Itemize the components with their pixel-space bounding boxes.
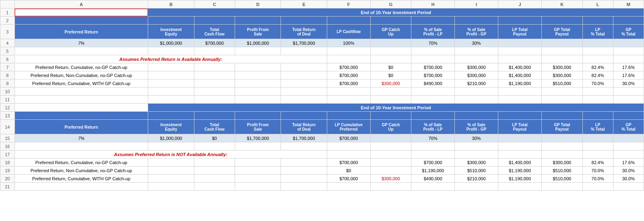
cell-h6 (411, 55, 455, 63)
row-12: 12 End of 10-Year Investment Period (0, 104, 644, 112)
cell-k8: $300,000 (541, 71, 582, 79)
cell-f9: $700,000 (327, 79, 370, 88)
cell-e13 (281, 112, 327, 120)
header-total-cash-flow-2: TotalCash Flow (194, 120, 235, 134)
cell-e8 (281, 71, 327, 79)
cell-f2 (327, 17, 370, 25)
cell-k7: $300,000 (541, 63, 582, 71)
cell-j10 (498, 88, 542, 96)
cell-l16 (582, 142, 613, 150)
cell-m15 (613, 134, 644, 142)
cell-f4: 100% (327, 39, 370, 47)
header-preferred-return-2: Preferred Return (14, 120, 148, 134)
cell-h4: 70% (411, 39, 455, 47)
cell-d8 (235, 71, 281, 79)
cell-m16 (613, 142, 644, 150)
cell-a1[interactable] (14, 8, 148, 17)
cell-b13 (148, 112, 194, 120)
header-pct-sale-gp-2: % of SaleProfit - GP (455, 120, 498, 134)
row-1: 1 End of 10-Year Investment Period (0, 8, 644, 17)
cell-g7: $0 (370, 63, 411, 71)
cell-f20: $700,000 (327, 175, 370, 183)
cell-a20: Preferred Return, Cumulative, WITH GP Ca… (14, 175, 148, 183)
cell-m17 (613, 150, 644, 158)
row-num-10: 10 (0, 88, 15, 96)
cell-g15 (370, 134, 411, 142)
cell-d18 (235, 158, 281, 167)
cell-k5 (541, 47, 582, 55)
row-15: 15 7% $1,000,000 $0 $1,700,000 $1,700,00… (0, 134, 644, 142)
cell-a21 (14, 183, 148, 191)
cell-c16 (194, 142, 235, 150)
cell-i7: $300,000 (455, 63, 498, 71)
cell-a5 (14, 47, 148, 55)
cell-k20: $510,000 (541, 175, 582, 183)
cell-e21 (281, 183, 327, 191)
cell-d4: $1,000,000 (235, 39, 281, 47)
cell-b5 (148, 47, 194, 55)
cell-d5 (235, 47, 281, 55)
cell-a2 (14, 17, 148, 25)
cell-d9 (235, 79, 281, 88)
cell-e7 (281, 63, 327, 71)
cell-m18: 17.6% (613, 158, 644, 167)
cell-m7: 17.6% (613, 63, 644, 71)
cell-g20: $300,000 (370, 175, 411, 183)
row-8: 8 Preferred Return, Non-Cumulative, no-G… (0, 71, 644, 79)
cell-i6 (455, 55, 498, 63)
section-header-1: Assumes Preferred Return is Available An… (14, 55, 327, 63)
cell-f6 (327, 55, 370, 63)
cell-h9: $490,000 (411, 79, 455, 88)
row-11: 11 (0, 96, 644, 104)
row-9: 9 Preferred Return, Cumulative, WITH GP … (0, 79, 644, 88)
row-num-2: 2 (0, 17, 15, 25)
cell-b16 (148, 142, 194, 150)
cell-h11 (411, 96, 455, 104)
cell-b21 (148, 183, 194, 191)
cell-d2 (235, 17, 281, 25)
row-13: 13 (0, 112, 644, 120)
cell-g10 (370, 88, 411, 96)
cell-d10 (235, 88, 281, 96)
cell-h7: $700,000 (411, 63, 455, 71)
cell-g4 (370, 39, 411, 47)
cell-e11 (281, 96, 327, 104)
cell-l8: 82.4% (582, 71, 613, 79)
col-b-header: B (148, 0, 194, 8)
row-num-12: 12 (0, 104, 15, 112)
cell-h2 (411, 17, 455, 25)
cell-d15: $1,700,000 (235, 134, 281, 142)
cell-j20: $1,190,000 (498, 175, 542, 183)
cell-h19: $1,190,000 (411, 167, 455, 175)
header-pct-sale-lp-2: % of SaleProfit - LP (411, 120, 455, 134)
cell-d13 (235, 112, 281, 120)
header-gp-total-payout-1: GP TotalPayout (541, 25, 582, 39)
cell-a4: 7% (14, 39, 148, 47)
row-num-21: 21 (0, 183, 15, 191)
cell-a10 (14, 88, 148, 96)
cell-h16 (411, 142, 455, 150)
header-lp-pct-total-2: LP% Total (582, 120, 613, 134)
cell-e18 (281, 158, 327, 167)
row-21: 21 (0, 183, 644, 191)
cell-m4 (613, 39, 644, 47)
cell-b11 (148, 96, 194, 104)
col-f-header: F (327, 0, 370, 8)
cell-m11 (613, 96, 644, 104)
cell-h18: $700,000 (411, 158, 455, 167)
header-pct-sale-lp-1: % of SaleProfit - LP (411, 25, 455, 39)
col-k-header: K (541, 0, 582, 8)
cell-d11 (235, 96, 281, 104)
header-lp-total-payout-2: LP TotalPayout (498, 120, 542, 134)
cell-g17 (370, 150, 411, 158)
cell-e20 (281, 175, 327, 183)
cell-k2 (541, 17, 582, 25)
cell-j6 (498, 55, 542, 63)
row-num-3: 3 (0, 25, 15, 39)
row-num-17: 17 (0, 150, 15, 158)
cell-g6 (370, 55, 411, 63)
cell-a12 (14, 104, 148, 112)
cell-f5 (327, 47, 370, 55)
cell-j8: $1,400,000 (498, 71, 542, 79)
row-num-18: 18 (0, 158, 15, 167)
